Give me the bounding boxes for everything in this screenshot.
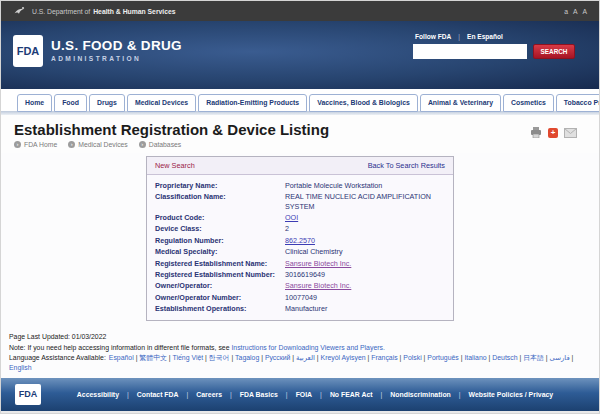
viewers-players-link[interactable]: Instructions for Downloading Viewers and… [231,344,384,351]
footer-links: AccessibilityContact FDACareersFDA Basic… [41,391,599,398]
row-value[interactable]: Sansure Biotech Inc. [285,281,445,290]
hhs-top-bar: U.S. Department of Health & Human Servic… [1,1,599,21]
language-link[interactable]: Tagalog [235,354,265,361]
device-detail-table: Proprietary Name: Portable Molecule Work… [147,175,453,320]
language-link[interactable]: Italiano [464,354,492,361]
footer-link[interactable]: Careers [196,391,239,398]
last-updated: Page Last Updated: 01/03/2022 [9,332,591,342]
language-link[interactable]: 繁體中文 [139,354,172,361]
row-value: Portable Molecule Workstation [285,181,445,190]
hhs-eagle-icon [13,5,26,18]
email-icon[interactable] [564,128,577,138]
header-top-links: Follow FDA En Español [415,33,575,40]
footer-fda-logo[interactable]: FDA [15,384,41,405]
row-value[interactable]: Sansure Biotech Inc. [285,259,445,268]
panel-header: New Search Back To Search Results [147,157,453,175]
print-icon[interactable] [530,127,542,138]
language-link[interactable]: 한국어 [209,354,235,361]
breadcrumb-item[interactable]: FDA Home [14,141,57,148]
language-assistance: Language Assistance Available:Español繁體中… [9,353,591,374]
nav-tab[interactable]: Radiation-Emitting Products [198,94,307,112]
nav-tab[interactable]: Drugs [89,94,125,112]
footer-link[interactable]: Contact FDA [137,391,197,398]
language-link[interactable]: Español [109,354,140,361]
breadcrumb-item[interactable]: Databases [139,141,182,148]
primary-nav: HomeFoodDrugsMedical DevicesRadiation-Em… [1,89,599,111]
footer-link[interactable]: Website Policies / Privacy [469,391,554,398]
title-block: Establishment Registration & Device List… [1,115,599,153]
header-right: Follow FDA En Español SEARCH [413,33,575,59]
device-detail-panel: New Search Back To Search Results Propri… [146,156,454,321]
nav-tab[interactable]: Food [54,94,87,112]
fda-header: FDA U.S. FOOD & DRUG ADMINISTRATION Foll… [1,21,599,89]
table-row: Medical Specialty: Clinical Chemistry [155,246,445,257]
nav-tab[interactable]: Vaccines, Blood & Biologics [309,94,418,112]
table-row: Establishment Operations: Manufacturer [155,303,445,314]
row-label: Regulation Number: [155,236,285,245]
row-label: Device Class: [155,224,285,233]
breadcrumb: FDA Home Medical Devices Databases [14,141,575,148]
separator [458,33,460,40]
text-size-button[interactable]: A [573,8,578,15]
nav-tab[interactable]: Animal & Veterinary [420,94,501,112]
hhs-dept-prefix: U.S. Department of [32,8,90,15]
language-link[interactable]: Polski [403,354,427,361]
row-value: Clinical Chemistry [285,247,445,256]
search-button[interactable]: SEARCH [533,44,575,59]
row-value: Manufacturer [285,304,445,313]
share-icon[interactable] [548,128,558,138]
note-text: Note: If you need help accessing informa… [9,344,231,351]
language-link[interactable]: Kreyòl Ayisyen [321,354,372,361]
new-search-link[interactable]: New Search [155,161,195,170]
search-area: SEARCH [413,44,575,59]
language-link[interactable]: Deutsch [492,354,523,361]
row-value: 10077049 [285,293,445,302]
nav-tab[interactable]: Home [17,94,52,112]
language-link[interactable]: Tiếng Việt [173,354,209,361]
footer-link[interactable]: Nondiscrimination [390,391,468,398]
language-link[interactable]: فارسی [549,354,573,361]
footer-link[interactable]: FDA Basics [240,391,296,398]
footer-link[interactable]: FOIA [296,391,330,398]
row-label: Owner/Operator: [155,281,285,290]
page-title: Establishment Registration & Device List… [14,121,575,138]
breadcrumb-item[interactable]: Medical Devices [68,141,127,148]
language-link[interactable]: English [9,364,32,371]
language-link[interactable]: العربية [296,354,320,361]
row-value: 2 [285,224,445,233]
brand-line2: ADMINISTRATION [51,55,182,62]
language-link[interactable]: Français [371,354,403,361]
en-espanol-link[interactable]: En Español [467,33,503,40]
language-link[interactable]: Português [427,354,464,361]
row-value: REAL TIME NUCLEIC ACID AMPLIFICATION SYS… [285,192,445,211]
table-row: Classification Name: REAL TIME NUCLEIC A… [155,191,445,212]
table-row: Owner/Operator: Sansure Biotech Inc. [155,280,445,291]
row-value[interactable]: 862.2570 [285,236,445,245]
nav-tab[interactable]: Medical Devices [127,94,196,112]
footer-link[interactable]: Accessibility [77,391,137,398]
breadcrumb-arrow-icon [139,141,146,148]
language-link[interactable]: 日本語 [523,354,549,361]
fda-logo[interactable]: FDA [13,35,43,67]
search-input[interactable] [413,44,527,59]
row-label: Medical Specialty: [155,247,285,256]
formats-note: Note: If you need help accessing informa… [9,343,591,353]
nav-tab[interactable]: Tobacco Products [556,94,600,112]
text-size-button[interactable]: a [564,8,568,15]
table-row: Device Class: 2 [155,223,445,234]
row-label: Classification Name: [155,192,285,211]
language-link[interactable]: Русский [265,354,296,361]
row-value[interactable]: OOI [285,213,445,222]
table-row: Registered Establishment Name: Sansure B… [155,258,445,269]
main-content: New Search Back To Search Results Propri… [1,153,599,326]
footer-link[interactable]: No FEAR Act [330,391,390,398]
breadcrumb-arrow-icon [68,141,75,148]
nav-tab[interactable]: Cosmetics [503,94,554,112]
table-row: Proprietary Name: Portable Molecule Work… [155,180,445,191]
follow-fda-link[interactable]: Follow FDA [415,33,451,40]
brand-line1: U.S. FOOD & DRUG [51,38,182,53]
breadcrumb-label: Medical Devices [78,141,127,148]
row-label: Registered Establishment Number: [155,270,285,279]
back-to-results-link[interactable]: Back To Search Results [368,161,445,170]
text-size-button[interactable]: A [582,8,587,15]
